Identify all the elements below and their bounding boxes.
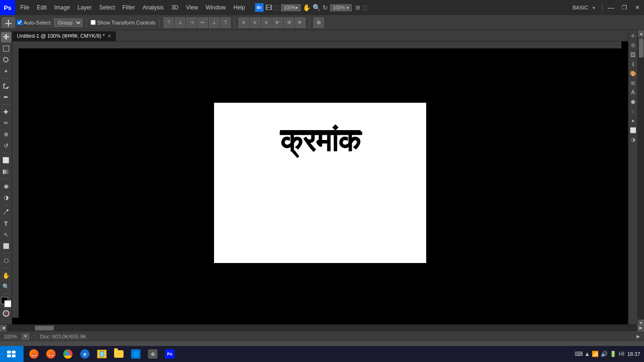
scroll-down-arrow[interactable]: ▼ — [638, 320, 644, 326]
menu-3d[interactable]: 3D — [168, 3, 182, 12]
properties-panel-icon[interactable]: ⚙ — [629, 41, 637, 49]
image-panel-icon[interactable]: 🖼 — [629, 51, 637, 58]
menu-file[interactable]: File — [17, 3, 33, 12]
magic-wand-tool[interactable]: ✦ — [1, 66, 11, 76]
volume-icon[interactable]: 🔊 — [601, 351, 608, 357]
info-panel-icon[interactable]: ℹ — [629, 60, 637, 68]
canvas-workspace[interactable]: क्रमांक — [12, 41, 628, 324]
distribute-top-icon[interactable]: ≡ — [239, 17, 249, 28]
crop-tool[interactable] — [1, 81, 11, 91]
align-horizontal-center-icon[interactable]: ⊥ — [209, 17, 219, 28]
ie-icon[interactable]: e — [76, 346, 93, 362]
chrome-icon[interactable] — [59, 346, 76, 362]
zoom-tool-tb[interactable]: 🔍 — [313, 4, 321, 11]
close-button[interactable]: ✕ — [631, 0, 644, 15]
start-button[interactable] — [0, 346, 24, 362]
align-left-icon[interactable]: ⊢ — [198, 17, 208, 28]
photoshop-taskbar-icon[interactable]: Ps — [161, 346, 178, 362]
menu-view[interactable]: View — [182, 3, 201, 12]
align-right-icon[interactable]: ⊤ — [220, 17, 231, 28]
character-panel-icon[interactable]: A — [629, 89, 637, 96]
zoom-dropdown[interactable]: 100%▾ — [281, 4, 301, 11]
minimize-button[interactable]: — — [604, 0, 618, 15]
explorer-icon[interactable] — [93, 346, 110, 362]
eraser-tool[interactable]: ⬜ — [1, 155, 11, 165]
menu-filter[interactable]: Filter — [119, 3, 139, 12]
distribute-vertical-icon[interactable]: ≡ — [250, 17, 260, 28]
pen-tool[interactable] — [1, 207, 11, 217]
menu-help[interactable]: Help — [230, 3, 248, 12]
transform-panel-icon[interactable]: ⬢ — [629, 98, 637, 106]
text-tool[interactable]: T — [1, 218, 11, 229]
scroll-track[interactable] — [638, 39, 644, 320]
navigator-panel-icon[interactable]: ✛ — [629, 32, 637, 40]
view-extras-icon[interactable]: ⊞ — [355, 4, 360, 11]
h-scroll-thumb[interactable] — [35, 326, 54, 330]
firefox2-icon[interactable]: 🦊 — [42, 346, 59, 362]
align-bottom-icon[interactable]: ⊣ — [186, 17, 197, 28]
dodge-tool[interactable]: ◑ — [1, 192, 11, 203]
distribute-right-icon[interactable]: ⫸ — [295, 17, 305, 28]
move-tool-options[interactable] — [2, 17, 15, 28]
blur-tool[interactable]: ◉ — [1, 181, 11, 191]
distribute-left-icon[interactable]: ⫸ — [272, 17, 283, 28]
zoom-level-dropdown[interactable]: 100% ▾ — [330, 4, 351, 11]
healing-tool[interactable]: ✚ — [1, 107, 11, 117]
adjustments-panel-icon[interactable]: ○ — [629, 107, 637, 115]
color-swatches[interactable] — [1, 297, 11, 307]
layers-panel-icon[interactable]: ⬜ — [629, 126, 637, 134]
rotate-tool-tb[interactable]: ↻ — [322, 4, 328, 11]
hand-tool[interactable]: ✋ — [1, 270, 11, 280]
auto-select-checkbox[interactable]: Auto-Select: — [17, 20, 52, 25]
scroll-up-arrow[interactable]: ▲ — [638, 30, 644, 37]
h-scroll-track[interactable] — [7, 325, 637, 331]
shape-tool[interactable] — [1, 241, 11, 251]
taskbar-clock[interactable]: 18:37 — [627, 351, 640, 357]
hand-tool-tb[interactable]: ✋ — [303, 4, 311, 11]
align-vertical-center-icon[interactable]: ⊥ — [175, 17, 185, 28]
menu-analysis[interactable]: Analysis — [139, 3, 167, 12]
restore-button[interactable]: ❐ — [618, 0, 631, 15]
bridge-icon[interactable]: Br — [255, 3, 264, 12]
document-tab[interactable]: Untitled-1 @ 100% (क्रमांक, CMYK/8) * ✕ — [12, 31, 116, 41]
distribute-bottom-icon[interactable]: ≡ — [261, 17, 272, 28]
dodge-panel-icon[interactable]: ◑ — [629, 136, 637, 143]
up-arrow-icon[interactable]: ▲ — [585, 351, 590, 357]
extras-icon2[interactable]: ⬚ — [362, 4, 367, 11]
stroke-panel-icon[interactable]: ● — [629, 117, 637, 124]
menu-select[interactable]: Select — [96, 3, 118, 12]
scroll-left-arrow[interactable]: ◀ — [0, 325, 7, 331]
network-icon[interactable]: 🌐 — [127, 346, 144, 362]
menu-image[interactable]: Image — [51, 3, 73, 12]
zoom-tool[interactable]: 🔍 — [1, 281, 11, 292]
distribute-horizontal-icon[interactable]: ⫷ — [284, 17, 294, 28]
menu-layer[interactable]: Layer — [74, 3, 95, 12]
background-color[interactable] — [4, 300, 11, 307]
firefox-icon[interactable]: 🦊 — [25, 346, 42, 362]
scroll-thumb[interactable] — [639, 39, 644, 58]
3d-tool[interactable]: ⬡ — [1, 255, 11, 266]
clone-stamp-tool[interactable]: ⊕ — [1, 129, 11, 140]
align-top-icon[interactable]: ⊤ — [164, 17, 174, 28]
brush-tool[interactable]: ✏ — [1, 118, 11, 128]
move-tool[interactable] — [1, 32, 11, 42]
close-tab-button[interactable]: ✕ — [107, 33, 111, 39]
workspace-icon[interactable]: ⬚ — [274, 4, 279, 11]
color-panel-icon[interactable]: 🎨 — [629, 70, 637, 77]
lasso-tool[interactable] — [1, 55, 11, 65]
marquee-tool[interactable] — [1, 43, 11, 54]
path-selection-tool[interactable]: ↖ — [1, 230, 11, 240]
eyedropper-tool[interactable]: ✒ — [1, 92, 11, 102]
auto-align-icon[interactable]: ⊞ — [314, 17, 324, 28]
show-transform-checkbox[interactable]: Show Transform Controls — [91, 20, 156, 25]
folder-icon[interactable] — [110, 346, 127, 362]
filmstrip-icon[interactable]: 🎞 — [265, 4, 272, 11]
zoom-info-button[interactable]: ▼ — [22, 333, 29, 340]
settings-icon[interactable]: ⚙ — [144, 346, 161, 362]
gradient-tool[interactable] — [1, 166, 11, 177]
menu-edit[interactable]: Edit — [33, 3, 50, 12]
menu-window[interactable]: Window — [202, 3, 229, 12]
table-panel-icon[interactable]: ⊞ — [629, 79, 637, 87]
history-brush-tool[interactable]: ↺ — [1, 140, 11, 151]
auto-select-type[interactable]: Group — [54, 18, 83, 27]
